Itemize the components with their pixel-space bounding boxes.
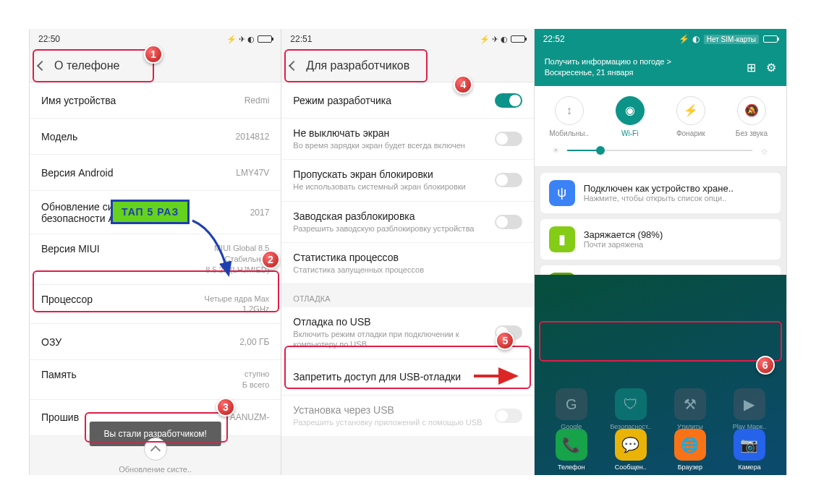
section-debug-header: ОТЛАДКА xyxy=(281,284,533,307)
toggle-install-usb[interactable] xyxy=(495,409,522,423)
app-play[interactable]: ▶Play Марк.. xyxy=(726,388,773,430)
notification-usb-storage[interactable]: ψ Подключен как устройство хране..Нажмит… xyxy=(540,173,781,213)
bottom-hint: Обновление систе.. xyxy=(30,465,281,474)
qs-mobile-data[interactable]: ↕Мобильны.. xyxy=(544,96,595,137)
notification-header: Получить информацию о погоде > Воскресен… xyxy=(535,49,786,86)
row-cpu[interactable]: Процессор Четыре ядра Max 1,2GHz xyxy=(30,285,281,325)
toggle-stay-awake[interactable] xyxy=(495,132,522,146)
app-phone[interactable]: 📞Телефон xyxy=(548,429,595,471)
row-android-version[interactable]: Версия Android LMY47V xyxy=(30,155,281,191)
status-icons: ⚡ ✈ ◐ xyxy=(226,35,272,44)
time: 22:52 xyxy=(543,34,565,44)
toggle-dev-mode[interactable] xyxy=(495,93,522,108)
time: 22:50 xyxy=(38,34,60,44)
status-right: ⚡ ◐ Нет SIM-карты xyxy=(679,34,778,44)
row-device-name[interactable]: Имя устройства Redmi xyxy=(30,82,281,119)
row-ram[interactable]: ОЗУ 2,00 ГБ xyxy=(30,324,281,360)
weather-info[interactable]: Получить информацию о погоде > Воскресен… xyxy=(545,56,671,79)
badge-6: 6 xyxy=(756,356,775,375)
time: 22:51 xyxy=(290,34,312,44)
page-title: О телефоне xyxy=(54,59,119,72)
row-stay-awake[interactable]: Не выключать экран Во время зарядки экра… xyxy=(281,119,533,160)
qs-wifi[interactable]: ◉Wi-Fi xyxy=(605,96,655,137)
row-storage[interactable]: Память ступно Б всего xyxy=(30,360,281,400)
quick-settings: ↕Мобильны.. ◉Wi-Fi ⚡Фонарик 🔕Без звука ☀… xyxy=(535,86,786,167)
app-tools[interactable]: ⚒Утилиты xyxy=(666,388,714,430)
scroll-top-button[interactable] xyxy=(144,437,167,461)
badge-2: 2 xyxy=(261,250,280,269)
page-title: Для разработчиков xyxy=(306,59,409,72)
screen-notifications: 22:52 ⚡ ◐ Нет SIM-карты Получить информа… xyxy=(535,29,787,475)
app-google[interactable]: GGoogle xyxy=(548,388,595,430)
row-miui-version[interactable]: Версия MIUI MIUI Global 8.5 Стабильная 8… xyxy=(30,234,281,285)
app-browser[interactable]: 🌐Браузер xyxy=(666,429,714,471)
back-icon[interactable] xyxy=(289,60,299,70)
badge-3: 3 xyxy=(216,398,235,417)
row-revoke-usb[interactable]: Запретить доступ для USB-отладки xyxy=(281,359,533,396)
row-dev-mode[interactable]: Режим разработчика xyxy=(281,82,533,119)
qs-mute[interactable]: 🔕Без звука xyxy=(726,96,777,137)
usb-icon: ψ xyxy=(549,180,575,206)
row-skip-lock[interactable]: Пропускать экран блокировки Не использов… xyxy=(281,160,533,201)
home-dock: 📞Телефон 💬Сообщен.. 🌐Браузер 📷Камера xyxy=(535,429,786,471)
gear-icon[interactable]: ⚙ xyxy=(766,61,776,74)
toggle-oem[interactable] xyxy=(495,215,522,229)
status-bar: 22:52 ⚡ ◐ Нет SIM-карты xyxy=(535,29,786,49)
badge-1: 1 xyxy=(144,45,163,64)
row-usb-debugging[interactable]: Отладка по USB Включить режим отладки пр… xyxy=(281,307,533,359)
grid-icon[interactable]: ⊞ xyxy=(747,61,756,74)
app-security[interactable]: 🛡Безопасност.. xyxy=(607,388,655,430)
toggle-skip-lock[interactable] xyxy=(495,173,522,187)
callout-tap5: ТАП 5 РАЗ xyxy=(111,200,190,224)
row-process-stats[interactable]: Статистика процессов Статистика запущенн… xyxy=(281,243,533,284)
qs-torch[interactable]: ⚡Фонарик xyxy=(666,96,716,137)
notification-charging[interactable]: ▮ Заряжается (98%)Почти заряжена xyxy=(540,219,781,260)
row-oem-unlock[interactable]: Заводская разблокировка Разрешить заводс… xyxy=(281,202,533,243)
page-header: Для разработчиков xyxy=(281,49,533,82)
status-icons: ⚡ ✈ ◐ xyxy=(480,35,525,44)
screen-developer-options: 22:51 ⚡ ✈ ◐ Для разработчиков Режим разр… xyxy=(281,29,534,475)
app-camera[interactable]: 📷Камера xyxy=(726,429,773,471)
brightness-slider[interactable]: ☀ ☼ xyxy=(539,137,782,159)
battery-icon: ▮ xyxy=(549,226,575,252)
app-messages[interactable]: 💬Сообщен.. xyxy=(607,429,655,471)
screen-about-phone: 22:50 ⚡ ✈ ◐ О телефоне Имя устройства Re… xyxy=(29,29,281,475)
home-apps-row: GGoogle 🛡Безопасност.. ⚒Утилиты ▶Play Ма… xyxy=(535,388,786,430)
status-bar: 22:51 ⚡ ✈ ◐ xyxy=(281,29,533,49)
back-icon[interactable] xyxy=(37,60,47,70)
row-install-usb[interactable]: Установка через USB Разрешить установку … xyxy=(281,396,533,437)
row-model[interactable]: Модель 2014812 xyxy=(30,119,281,155)
